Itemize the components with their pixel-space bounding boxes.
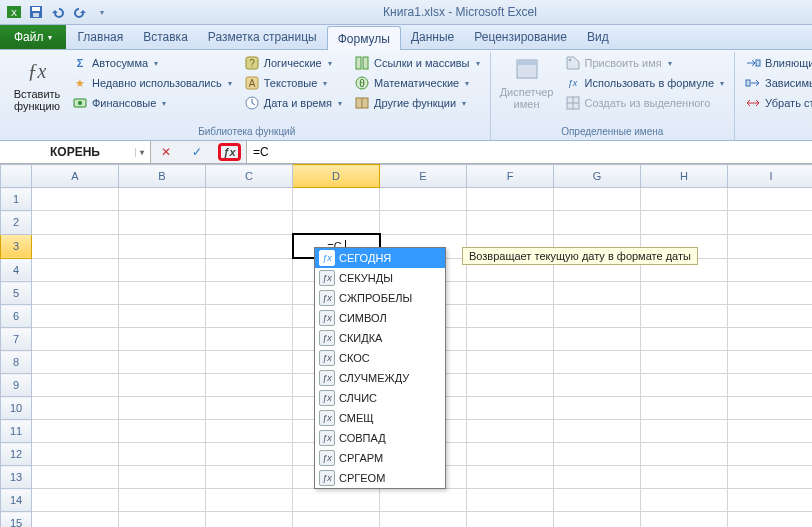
autocomplete-item[interactable]: ƒxСРГЕОМ: [315, 468, 445, 488]
cell[interactable]: [119, 328, 206, 351]
cell[interactable]: [119, 234, 206, 258]
cell[interactable]: [728, 512, 813, 528]
cell[interactable]: [206, 351, 293, 374]
cell[interactable]: [206, 420, 293, 443]
tab-home[interactable]: Главная: [68, 25, 134, 49]
cancel-icon[interactable]: ✕: [156, 145, 176, 159]
excel-icon[interactable]: X: [4, 2, 24, 22]
cell[interactable]: [641, 374, 728, 397]
select-all-corner[interactable]: [1, 165, 32, 188]
column-header[interactable]: G: [554, 165, 641, 188]
row-header[interactable]: 10: [1, 397, 32, 420]
enter-icon[interactable]: ✓: [187, 145, 207, 159]
trace-dependents-button[interactable]: Зависимые ячейки: [741, 74, 812, 92]
cell[interactable]: [206, 489, 293, 512]
cell[interactable]: [32, 443, 119, 466]
cell[interactable]: [728, 351, 813, 374]
formula-autocomplete-list[interactable]: ƒxСЕГОДНЯƒxСЕКУНДЫƒxСЖПРОБЕЛЫƒxСИМВОЛƒxС…: [314, 247, 446, 489]
autocomplete-item[interactable]: ƒxСКИДКА: [315, 328, 445, 348]
row-header[interactable]: 12: [1, 443, 32, 466]
cell[interactable]: [206, 282, 293, 305]
column-header[interactable]: F: [467, 165, 554, 188]
cell[interactable]: [554, 489, 641, 512]
cell[interactable]: [728, 466, 813, 489]
row-header[interactable]: 13: [1, 466, 32, 489]
cell[interactable]: [467, 351, 554, 374]
cell[interactable]: [293, 188, 380, 211]
cell[interactable]: [380, 489, 467, 512]
cell[interactable]: [206, 397, 293, 420]
cell[interactable]: [728, 443, 813, 466]
autocomplete-item[interactable]: ƒxСЛЧИС: [315, 388, 445, 408]
tab-insert[interactable]: Вставка: [133, 25, 198, 49]
cell[interactable]: [32, 466, 119, 489]
cell[interactable]: [293, 512, 380, 528]
undo-icon[interactable]: [48, 2, 68, 22]
autocomplete-item[interactable]: ƒxСИМВОЛ: [315, 308, 445, 328]
row-header[interactable]: 11: [1, 420, 32, 443]
cell[interactable]: [206, 328, 293, 351]
math-button[interactable]: θ Математические▾: [350, 74, 484, 92]
cell[interactable]: [119, 258, 206, 282]
tab-view[interactable]: Вид: [577, 25, 619, 49]
autocomplete-item[interactable]: ƒxСРГАРМ: [315, 448, 445, 468]
cell[interactable]: [554, 374, 641, 397]
cell[interactable]: [206, 258, 293, 282]
cell[interactable]: [467, 512, 554, 528]
cell[interactable]: [641, 443, 728, 466]
cell[interactable]: [467, 305, 554, 328]
cell[interactable]: [554, 351, 641, 374]
cell[interactable]: [728, 188, 813, 211]
cell[interactable]: [554, 512, 641, 528]
cell[interactable]: [554, 420, 641, 443]
cell[interactable]: [554, 397, 641, 420]
autocomplete-item[interactable]: ƒxСМЕЩ: [315, 408, 445, 428]
column-header[interactable]: C: [206, 165, 293, 188]
cell[interactable]: [119, 305, 206, 328]
cell[interactable]: [32, 328, 119, 351]
cell[interactable]: [206, 188, 293, 211]
column-header[interactable]: A: [32, 165, 119, 188]
cell[interactable]: [641, 328, 728, 351]
cell[interactable]: [293, 211, 380, 235]
cell[interactable]: [119, 489, 206, 512]
row-header[interactable]: 5: [1, 282, 32, 305]
row-header[interactable]: 1: [1, 188, 32, 211]
cell[interactable]: [467, 211, 554, 235]
tab-review[interactable]: Рецензирование: [464, 25, 577, 49]
cell[interactable]: [467, 374, 554, 397]
cell[interactable]: [728, 211, 813, 235]
cell[interactable]: [206, 234, 293, 258]
cell[interactable]: [641, 282, 728, 305]
cell[interactable]: [32, 188, 119, 211]
cell[interactable]: [728, 374, 813, 397]
cell[interactable]: [380, 211, 467, 235]
cell[interactable]: [119, 282, 206, 305]
cell[interactable]: [554, 305, 641, 328]
cell[interactable]: [119, 351, 206, 374]
financial-button[interactable]: Финансовые▾: [68, 94, 236, 112]
cell[interactable]: [467, 489, 554, 512]
remove-arrows-button[interactable]: Убрать стрелки▾: [741, 94, 812, 112]
cell[interactable]: [32, 258, 119, 282]
cell[interactable]: [32, 351, 119, 374]
cell[interactable]: [119, 211, 206, 235]
cell[interactable]: [32, 374, 119, 397]
use-in-formula-button[interactable]: ƒx Использовать в формуле▾: [561, 74, 729, 92]
cell[interactable]: [32, 420, 119, 443]
autosum-button[interactable]: Σ Автосумма▾: [68, 54, 236, 72]
column-header[interactable]: I: [728, 165, 813, 188]
cell[interactable]: [728, 489, 813, 512]
cell[interactable]: [728, 420, 813, 443]
cell[interactable]: [728, 282, 813, 305]
cell[interactable]: [206, 374, 293, 397]
cell[interactable]: [206, 211, 293, 235]
tab-page-layout[interactable]: Разметка страницы: [198, 25, 327, 49]
cell[interactable]: [119, 420, 206, 443]
cell[interactable]: [641, 211, 728, 235]
row-header[interactable]: 7: [1, 328, 32, 351]
column-header[interactable]: D: [293, 165, 380, 188]
cell[interactable]: [32, 512, 119, 528]
cell[interactable]: [206, 443, 293, 466]
autocomplete-item[interactable]: ƒxСЖПРОБЕЛЫ: [315, 288, 445, 308]
